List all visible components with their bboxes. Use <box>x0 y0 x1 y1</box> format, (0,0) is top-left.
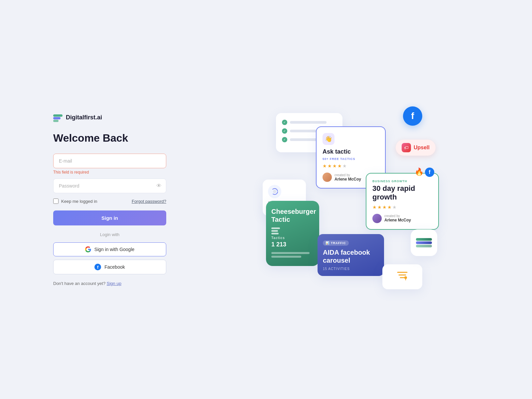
upsell-label: Upsell <box>414 145 430 151</box>
cheeseburger-icon <box>271 227 314 236</box>
growth-created-by: created by <box>384 214 411 218</box>
cheese-line-2 <box>271 256 301 258</box>
illustration-panel: ✓ ✓ ✓ f 👋 Ask tactic 50+ FREE TACTICS <box>166 100 519 299</box>
growth-star-3: ★ <box>382 204 387 210</box>
growth-avatar <box>372 214 382 223</box>
email-form-group: This field is required <box>53 154 166 175</box>
email-error: This field is required <box>53 170 166 175</box>
form-panel: Digitalfirst.ai Welcome Back This field … <box>53 113 166 286</box>
cheeseburger-tactics-count: 1 213 <box>271 241 314 248</box>
ask-tactic-stars: ★ ★ ★ ★ ★ <box>323 163 379 169</box>
logo-stack-icon <box>416 238 432 247</box>
ask-tactic-creator-info: created by Arlene McCoy <box>334 173 361 182</box>
cheeseburger-card: Cheeseburger Tactic Tactics 1 213 <box>266 201 319 266</box>
tactic-emoji: 👋 <box>323 133 334 145</box>
password-input[interactable] <box>53 179 166 193</box>
no-account-text: Don't have an account yet? <box>53 281 105 286</box>
star-1: ★ <box>323 163 327 169</box>
difficulty-icon <box>268 185 281 198</box>
fire-icon: 🔥 <box>415 168 424 177</box>
remember-checkbox[interactable] <box>53 199 59 204</box>
svg-rect-5 <box>271 227 280 229</box>
aida-badge-label: TRAFFIC <box>331 241 346 245</box>
facebook-signin-button[interactable]: f Facebook <box>53 260 166 274</box>
logo-stack-card <box>411 229 437 256</box>
growth-card: 🔥 f BUSINESS GROWTH 30 day rapid growth … <box>366 173 439 230</box>
page-wrapper: Digitalfirst.ai Welcome Back This field … <box>53 100 519 299</box>
svg-point-4 <box>273 190 276 193</box>
aida-title: AIDA facebook carousel <box>323 248 379 264</box>
signup-row: Don't have an account yet? Sign up <box>53 281 166 286</box>
svg-point-8 <box>404 276 407 279</box>
ask-tactic-avatar <box>323 173 332 182</box>
svg-rect-6 <box>271 230 278 232</box>
upsell-card: 🏷 Upsell <box>396 140 436 156</box>
logo-bar-3 <box>416 245 432 247</box>
facebook-circle-card: f <box>403 106 422 126</box>
filter-icon <box>397 271 408 283</box>
star-2: ★ <box>328 163 332 169</box>
check-line-2 <box>290 130 317 132</box>
star-4: ★ <box>337 163 342 169</box>
checklist-item-1: ✓ <box>282 120 336 125</box>
aida-activities: 15 ACTIVITIES <box>323 267 379 271</box>
logo-text: Digitalfirst.ai <box>66 114 102 121</box>
password-form-group: 👁 <box>53 179 166 193</box>
remember-left: Keep me logged in <box>53 199 97 204</box>
check-circle-2: ✓ <box>282 128 287 134</box>
svg-rect-7 <box>271 233 279 234</box>
cards-container: ✓ ✓ ✓ f 👋 Ask tactic 50+ FREE TACTICS <box>256 106 442 293</box>
growth-star-2: ★ <box>377 204 382 210</box>
upsell-icon: 🏷 <box>402 143 411 152</box>
growth-star-4: ★ <box>387 204 392 210</box>
star-5: ★ <box>342 163 347 169</box>
growth-stars: ★ ★ ★ ★ ★ <box>372 204 432 210</box>
password-eye-icon[interactable]: 👁 <box>156 183 162 189</box>
logo-icon <box>53 113 63 122</box>
signin-button[interactable]: Sign in <box>53 210 166 225</box>
growth-star-1: ★ <box>372 204 377 210</box>
login-with-label: Login with <box>53 232 166 237</box>
svg-rect-1 <box>53 117 61 119</box>
svg-rect-0 <box>53 114 63 117</box>
logo-bar-1 <box>416 238 432 241</box>
google-signin-button[interactable]: Sign in with Google <box>53 242 166 256</box>
cheeseburger-lines <box>271 252 314 258</box>
growth-badge: BUSINESS GROWTH <box>372 180 432 183</box>
check-circle-3: ✓ <box>282 137 287 142</box>
growth-fb-icon: f <box>425 168 434 177</box>
aida-card: 📊 TRAFFIC AIDA facebook carousel 15 ACTI… <box>318 234 384 276</box>
logo-area: Digitalfirst.ai <box>53 113 166 122</box>
facebook-icon: f <box>94 264 101 270</box>
cheese-line-1 <box>271 252 310 254</box>
google-icon <box>85 246 91 252</box>
growth-title: 30 day rapid growth <box>372 184 432 202</box>
growth-creator-info: created by Arlene McCoy <box>384 214 411 222</box>
forgot-password-link[interactable]: Forgot password? <box>132 199 166 204</box>
ask-tactic-created-by: created by <box>334 173 361 177</box>
check-line-3 <box>290 138 320 141</box>
growth-star-5: ★ <box>392 204 397 210</box>
email-input[interactable] <box>53 154 166 168</box>
ask-tactic-creator-name: Arlene McCoy <box>334 177 361 182</box>
remember-label: Keep me logged in <box>61 199 97 204</box>
star-3: ★ <box>332 163 337 169</box>
cheeseburger-title: Cheeseburger Tactic <box>271 207 314 223</box>
remember-forgot-row: Keep me logged in Forgot password? <box>53 199 166 204</box>
google-button-label: Sign in with Google <box>94 247 135 252</box>
ask-tactic-title: Ask tactic <box>323 148 379 155</box>
cheeseburger-tactics-label: Tactics <box>271 236 314 240</box>
facebook-button-label: Facebook <box>104 264 125 270</box>
ask-tactic-badge: 50+ FREE TACTICS <box>323 157 379 161</box>
growth-creator-row: created by Arlene McCoy <box>372 214 432 223</box>
signup-link[interactable]: Sign up <box>107 281 121 286</box>
growth-creator-name: Arlene McCoy <box>384 218 411 222</box>
growth-icons-row: 🔥 f <box>415 168 434 177</box>
filter-card <box>382 264 422 289</box>
aida-badge-icon: 📊 <box>326 241 330 245</box>
aida-traffic-badge: 📊 TRAFFIC <box>323 240 349 246</box>
check-circle-1: ✓ <box>282 120 287 125</box>
logo-bar-2 <box>416 241 432 244</box>
check-line-1 <box>290 121 327 124</box>
svg-rect-2 <box>53 120 59 122</box>
